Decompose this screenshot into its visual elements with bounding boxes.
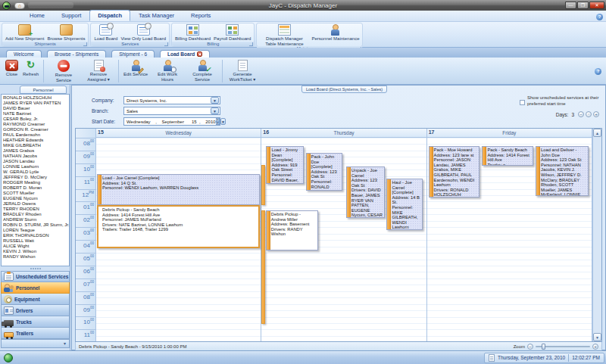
service-card-load-joe-camel-complete[interactable]: Load - Joe Camel [Complete]Address: 14 Q… <box>97 174 260 205</box>
start-date-input[interactable]: Wednesday , September 15 , 2010 ▲▼ ▼ <box>123 117 220 126</box>
personnel-item[interactable]: RAYMOND Creamer <box>3 122 69 127</box>
personnel-item[interactable]: EUGENE Nycum <box>3 196 69 201</box>
document-tab-welcome[interactable]: Welcome <box>6 50 42 58</box>
personnel-item[interactable]: RUSSELL Watt <box>3 238 69 244</box>
personnel-item[interactable]: DAVID Bauer <box>3 106 69 111</box>
sidebar-item-trucks[interactable]: Trucks <box>1 316 70 328</box>
close-button[interactable]: Close <box>3 59 20 78</box>
edit-service-button[interactable]: Edit Service <box>121 59 150 78</box>
scroll-down-icon[interactable]: ▼ <box>593 333 601 341</box>
service-card-unpack-joe-camel[interactable]: Unpack - Joe CamelAddress: 123 Oak StDri… <box>346 166 385 218</box>
generate-workticket-button[interactable]: Generate WorkTicket ▾ <box>225 59 260 82</box>
edit-work-hours-button[interactable]: Edit Work Hours <box>150 59 185 82</box>
date-spinner[interactable]: ▲▼ <box>216 118 220 125</box>
personnel-item[interactable]: TERRY RHODEN <box>3 207 69 212</box>
service-card-debris-pickup-sandy-beach[interactable]: Debris Pickup - Sandy BeachAddress: 1414… <box>97 205 260 248</box>
service-card-load-and-deliver-john-doe[interactable]: Load and Deliver - John DoeAddress: 123 … <box>536 146 589 196</box>
services-dialog-launcher-icon[interactable] <box>164 42 168 46</box>
service-card-haul-joe-camel-complete[interactable]: Haul - Joe Camel [Complete]Address: 14 B… <box>386 179 423 230</box>
ribbon-tab-home[interactable]: Home <box>21 10 53 21</box>
personnel-panel-tab[interactable]: Personnel <box>20 86 67 94</box>
document-tab-shipment-6[interactable]: Shipment - 6 <box>111 50 155 58</box>
service-card-edge[interactable] <box>261 165 264 205</box>
date-dropdown-icon[interactable]: ▼ <box>220 118 226 125</box>
zoom-slider[interactable] <box>536 346 590 347</box>
scroll-up-icon[interactable]: ▲ <box>593 129 601 137</box>
ribbon-tab-task-manager[interactable]: Task Manager <box>130 10 183 21</box>
personnel-maintenance-button[interactable]: Personnel Maintenance <box>310 24 361 42</box>
personnel-item[interactable]: SCOTT Mueller <box>3 191 69 196</box>
personnel-item[interactable]: KEVIN J. Wilson <box>3 249 69 254</box>
ribbon-tab-support[interactable]: Support <box>53 10 89 21</box>
branch-select[interactable]: Sales ▼ <box>123 107 220 115</box>
personnel-item[interactable]: MIKE GILBREATH <box>3 143 69 148</box>
zoom-in-button[interactable]: + <box>592 344 598 350</box>
close-tab-icon[interactable] <box>197 51 202 57</box>
service-card-pack-sandy-beach[interactable]: Pack - Sandy BeachAddress: 1414 Forest H… <box>482 146 533 166</box>
personnel-item[interactable]: NATHAN Jacobs <box>3 154 69 159</box>
personnel-item[interactable]: ERIK THORVALDSON <box>3 233 69 238</box>
personnel-item[interactable]: HEATHER Edwards <box>3 138 69 143</box>
service-card-pack-john-doe-complete[interactable]: Pack - John Doe [Complete]Address: 123 O… <box>306 153 343 191</box>
refresh-button[interactable]: ↻Refresh <box>20 59 41 78</box>
load-board-button[interactable]: Load Board <box>92 24 119 42</box>
day-grid[interactable]: Pack - Moe HowardAddress: 123 lane stPer… <box>427 138 592 341</box>
days-increase-button[interactable]: + <box>593 111 599 117</box>
personnel-item[interactable]: LOREN Teague <box>3 228 69 233</box>
service-card-pack-moe-howard[interactable]: Pack - Moe HowardAddress: 123 lane stPer… <box>429 146 479 198</box>
personnel-item[interactable]: RONALD HOLZSCHUH <box>3 95 69 101</box>
personnel-item[interactable]: ALICE Wight <box>3 244 69 249</box>
billing-dialog-launcher-icon[interactable] <box>249 42 253 46</box>
complete-service-button[interactable]: ✓Complete Service <box>185 59 220 82</box>
personnel-item[interactable]: GORDON R. Creamer <box>3 127 69 132</box>
service-card-load-jimmy-dean-complete[interactable]: Load - Jimmy Dean [Complete]Address: 919… <box>266 146 304 184</box>
tray-icon[interactable] <box>489 354 495 362</box>
close-window-button[interactable]: ✕ <box>589 2 604 9</box>
personnel-item[interactable]: LONNIE Lawhorn <box>3 164 69 170</box>
personnel-item[interactable]: JAMES Grabos <box>3 148 69 154</box>
shipments-dialog-launcher-icon[interactable] <box>83 42 87 46</box>
maximize-button[interactable]: ❐ <box>577 2 589 9</box>
service-card-edge[interactable] <box>261 210 264 324</box>
day-grid[interactable]: Load - Joe Camel [Complete]Address: 14 Q… <box>96 138 261 341</box>
personnel-item[interactable]: JERALD Owens <box>3 201 69 207</box>
personnel-item[interactable]: PAUL Eardensohn <box>3 132 69 138</box>
document-tab-browse-shipments[interactable]: Browse - Shipments <box>47 50 106 58</box>
personnel-item[interactable]: BRADLEY Rhoden <box>3 212 69 217</box>
billing-dashboard-button[interactable]: Billing Dashboard <box>173 24 212 42</box>
personnel-item[interactable]: ROBIN D. STURM, JR Sturm, Jr. <box>3 222 69 228</box>
sidebar-item-unscheduled-services[interactable]: Unscheduled Services <box>1 271 70 282</box>
remove-assigned-button[interactable]: Remove Assigned ▾ <box>81 59 116 82</box>
remove-service-button[interactable]: Remove Service <box>46 59 81 83</box>
personnel-item[interactable]: RODGER Mealing <box>3 180 69 185</box>
sidebar-item-equipment[interactable]: Equipment <box>1 294 70 305</box>
company-dropdown-icon[interactable]: ▼ <box>211 97 219 104</box>
view-only-load-board-button[interactable]: View Only Load Board <box>119 24 167 42</box>
company-select[interactable]: Direct Systems, Inc. ▼ <box>123 96 220 104</box>
add-new-shipment-button[interactable]: Add New Shipment <box>4 24 45 42</box>
personnel-item[interactable]: JASON Landau <box>3 159 69 164</box>
start-button[interactable] <box>4 353 13 362</box>
service-card-debris-pickup-andrew-miller[interactable]: Debris Pickup - Andrew MillerAddress: Ba… <box>266 210 318 250</box>
sidebar-item-trailers[interactable]: Trailers <box>1 328 70 339</box>
minimize-button[interactable]: — <box>565 2 576 9</box>
ribbon-tab-dispatch[interactable]: Dispatch <box>89 10 130 21</box>
document-tab-load-board[interactable]: Load Board <box>160 50 210 58</box>
sidebar-nav-collapse[interactable]: ▾ <box>1 339 70 348</box>
personnel-list[interactable]: RONALD HOLZSCHUHJAMES RYER VAN PATTENDAV… <box>1 94 70 266</box>
zoom-slider-thumb[interactable] <box>542 344 545 350</box>
zoom-out-button[interactable]: − <box>527 344 533 350</box>
personnel-item[interactable]: ROBERT D. Moran <box>3 185 69 191</box>
day-grid[interactable]: Load - Jimmy Dean [Complete]Address: 919… <box>261 138 426 341</box>
calendar-scrollbar[interactable]: ▲ ▼ <box>592 129 601 341</box>
show-unscheduled-checkbox[interactable] <box>520 100 525 105</box>
personnel-item[interactable]: ANDREW Sturm <box>3 217 69 222</box>
sidebar-item-drivers[interactable]: Drivers <box>1 305 70 316</box>
browse-shipments-button[interactable]: Browse Shipments <box>45 24 86 42</box>
personnel-item[interactable]: CESAR Boley, Jr. <box>3 117 69 122</box>
days-decrease-button[interactable]: − <box>578 111 584 117</box>
sidebar-item-personnel[interactable]: Personnel <box>1 282 70 294</box>
personnel-item[interactable]: JEFFREY D. McClary <box>3 175 69 180</box>
dispatch-manager-table-maintenance-button[interactable]: Dispatch Manager Table Maintenance <box>258 24 310 46</box>
personnel-item[interactable]: NATE Bazinet <box>3 111 69 117</box>
